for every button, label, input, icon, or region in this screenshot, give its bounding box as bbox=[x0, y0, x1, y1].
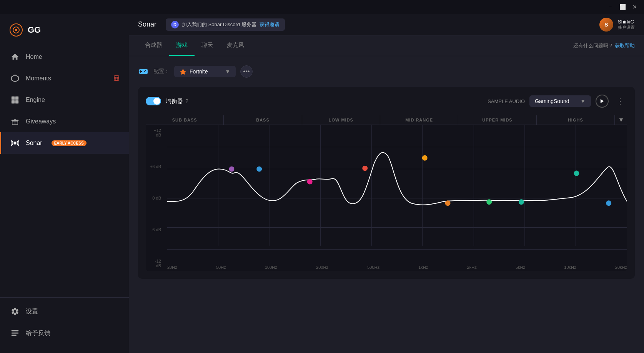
home-icon bbox=[10, 52, 20, 62]
header: Sonar D 加入我们的 Sonar Discord 服务器 获得邀请 S S… bbox=[129, 14, 644, 35]
tabs-bar: 合成器 游戏 聊天 麦克风 还有什么问题吗？ 获取帮助 bbox=[129, 35, 644, 56]
tab-synth[interactable]: 合成器 bbox=[138, 35, 169, 56]
sample-dropdown-arrow: ▼ bbox=[580, 98, 586, 104]
sidebar-item-label-engine: Engine bbox=[26, 97, 45, 103]
hz-200: 200Hz bbox=[316, 265, 328, 270]
config-game-name: Fortnite bbox=[190, 68, 208, 75]
app-layout: GG Home Moments bbox=[0, 14, 644, 353]
sidebar-item-home[interactable]: Home bbox=[0, 46, 129, 68]
db-label-12: +12 dB bbox=[149, 128, 164, 137]
minimize-button[interactable]: − bbox=[604, 1, 616, 13]
svg-point-2 bbox=[15, 29, 17, 31]
sonar-icon bbox=[10, 138, 20, 148]
eq-dot-purple bbox=[229, 167, 234, 172]
hz-50: 50Hz bbox=[216, 265, 226, 270]
sidebar-item-engine[interactable]: Engine bbox=[0, 89, 129, 111]
eq-help-icon[interactable]: ? bbox=[185, 98, 188, 104]
tab-game[interactable]: 游戏 bbox=[169, 35, 195, 56]
gamepad-icon bbox=[138, 66, 149, 77]
config-more-button[interactable]: ••• bbox=[240, 65, 253, 78]
sidebar-bottom: 设置 给予反馈 bbox=[0, 297, 129, 347]
sidebar-nav: Home Moments bbox=[0, 46, 129, 297]
sidebar-item-feedback[interactable]: 给予反馈 bbox=[0, 322, 129, 344]
svg-rect-9 bbox=[12, 97, 15, 100]
svg-rect-12 bbox=[15, 100, 18, 103]
user-info: ShirkiC 账户设置 bbox=[618, 19, 635, 30]
hz-20: 20Hz bbox=[167, 265, 177, 270]
titlebar: − ⬜ ✕ bbox=[0, 0, 644, 14]
sidebar-item-label-home: Home bbox=[26, 53, 42, 60]
eq-dot-red bbox=[362, 166, 368, 171]
play-icon bbox=[599, 98, 605, 104]
db-label-neg6: -6 dB bbox=[149, 227, 164, 232]
svg-marker-21 bbox=[601, 99, 604, 103]
giveaways-icon bbox=[10, 117, 20, 126]
feedback-icon bbox=[10, 328, 20, 338]
hz-labels: 20Hz 50Hz 100Hz 200Hz 500Hz 1kHz 2kHz 5k… bbox=[167, 263, 627, 271]
maximize-button[interactable]: ⬜ bbox=[616, 1, 629, 13]
content-area: 配置： Fortnite ▼ ••• bbox=[129, 56, 644, 353]
moments-icon bbox=[10, 74, 20, 83]
hz-100: 100Hz bbox=[265, 265, 277, 270]
svg-rect-18 bbox=[12, 333, 18, 334]
hz-20k: 20kHz bbox=[615, 265, 627, 270]
discord-banner[interactable]: D 加入我们的 Sonar Discord 服务器 获得邀请 bbox=[166, 18, 285, 31]
discord-icon: D bbox=[171, 21, 179, 28]
sidebar-item-label-feedback: 给予反馈 bbox=[26, 329, 50, 337]
config-dropdown[interactable]: Fortnite ▼ bbox=[174, 66, 236, 77]
hz-500: 500Hz bbox=[367, 265, 379, 270]
eq-dot-green bbox=[486, 199, 492, 205]
tab-mic[interactable]: 麦克风 bbox=[220, 35, 251, 56]
freq-band-upper-mids: UPPER MIDS bbox=[458, 115, 536, 125]
discord-invite-link[interactable]: 获得邀请 bbox=[260, 21, 280, 28]
eq-dot-pink bbox=[307, 179, 313, 185]
sample-audio-dropdown[interactable]: GamingSound ▼ bbox=[529, 95, 591, 107]
header-right: S ShirkiC 账户设置 bbox=[599, 18, 635, 32]
fortnite-icon bbox=[180, 68, 186, 75]
svg-rect-17 bbox=[12, 330, 18, 331]
eq-header: 均衡器 ? SAMPLE AUDIO GamingSound ▼ bbox=[146, 95, 627, 108]
main-content: Sonar D 加入我们的 Sonar Discord 服务器 获得邀请 S S… bbox=[129, 14, 644, 353]
svg-rect-19 bbox=[12, 335, 17, 336]
sidebar-item-label-sonar: Sonar bbox=[26, 140, 42, 147]
eq-dot-teal1 bbox=[519, 199, 524, 205]
eq-chart: +12 dB +6 dB 0 dB -6 dB -12 dB bbox=[146, 125, 627, 271]
get-help-link[interactable]: 获取帮助 bbox=[615, 43, 635, 48]
discord-text: 加入我们的 Sonar Discord 服务器 bbox=[182, 21, 256, 28]
close-button[interactable]: ✕ bbox=[629, 1, 641, 13]
sidebar-logo: GG bbox=[0, 20, 129, 46]
eq-dot-darkorange bbox=[445, 200, 451, 206]
eq-dot-orange bbox=[422, 155, 428, 161]
sample-audio-label: SAMPLE AUDIO bbox=[488, 98, 525, 104]
sidebar-item-settings[interactable]: 设置 bbox=[0, 301, 129, 322]
play-button[interactable] bbox=[596, 95, 609, 108]
sidebar: GG Home Moments bbox=[0, 14, 129, 353]
sidebar-item-label-moments: Moments bbox=[26, 75, 51, 82]
freq-band-bass: BASS bbox=[224, 115, 302, 125]
freq-band-low-mids: LOW MIDS bbox=[302, 115, 380, 125]
config-row: 配置： Fortnite ▼ ••• bbox=[138, 65, 635, 78]
freq-band-sub-bass: SUB BASS bbox=[146, 115, 224, 125]
eq-dot-teal2 bbox=[574, 171, 579, 176]
svg-marker-20 bbox=[180, 69, 186, 75]
logo-text: GG bbox=[28, 25, 41, 35]
early-access-badge: EARLY ACCESS bbox=[52, 140, 87, 146]
user-sub[interactable]: 账户设置 bbox=[618, 25, 635, 30]
sample-option-label: GamingSound bbox=[535, 98, 569, 104]
eq-controls: SAMPLE AUDIO GamingSound ▼ ⋮ bbox=[488, 95, 627, 108]
db-label-6: +6 dB bbox=[149, 164, 164, 169]
freq-band-highs: HIGHS bbox=[537, 115, 615, 125]
sidebar-item-sonar[interactable]: Sonar EARLY ACCESS bbox=[0, 132, 129, 154]
sidebar-item-moments[interactable]: Moments bbox=[0, 68, 129, 89]
sidebar-item-label-settings: 设置 bbox=[26, 308, 38, 316]
db-labels: +12 dB +6 dB 0 dB -6 dB -12 dB bbox=[146, 125, 167, 271]
freq-band-expand-button[interactable]: ▼ bbox=[615, 115, 627, 125]
svg-rect-4 bbox=[114, 76, 119, 80]
sidebar-item-giveaways[interactable]: Giveaways bbox=[0, 111, 129, 132]
tab-chat[interactable]: 聊天 bbox=[195, 35, 220, 56]
eq-curve-svg bbox=[167, 125, 627, 255]
eq-toggle[interactable] bbox=[146, 97, 161, 105]
freq-band-mid-range: MID RANGE bbox=[380, 115, 458, 125]
freq-labels: SUB BASS BASS LOW MIDS MID RANGE UPPER M… bbox=[146, 115, 627, 125]
eq-more-button[interactable]: ⋮ bbox=[613, 95, 627, 107]
